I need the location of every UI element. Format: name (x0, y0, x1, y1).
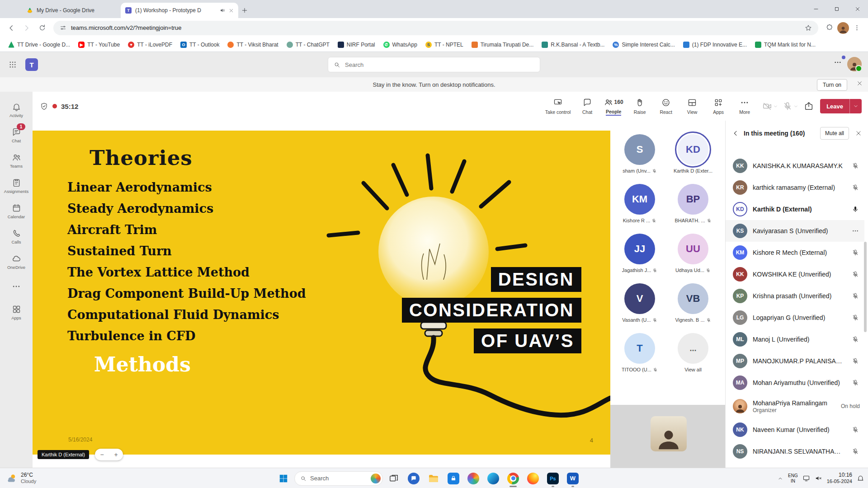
mic-off-icon[interactable] (850, 271, 861, 278)
teams-search[interactable] (328, 57, 540, 72)
participant-row[interactable]: NK Naveen Kumar (Unverified) (726, 419, 864, 441)
rail-assignments[interactable]: Assignments (2, 173, 31, 198)
panel-close-button[interactable] (855, 130, 862, 136)
panel-scrollbar[interactable] (864, 242, 867, 332)
apps-button[interactable]: Apps (705, 98, 731, 115)
extensions-button[interactable] (822, 20, 837, 36)
back-icon[interactable] (732, 130, 739, 137)
teams-profile-avatar[interactable] (847, 57, 862, 71)
leave-options-button[interactable] (849, 99, 862, 113)
app-launcher-button[interactable] (0, 61, 25, 69)
notification-center-button[interactable] (857, 474, 864, 482)
chat-app-button[interactable] (405, 469, 423, 488)
bookmark[interactable]: TT - Viksit Bharat (224, 39, 282, 50)
turn-on-button[interactable]: Turn on (817, 79, 847, 91)
rail-apps[interactable]: Apps (2, 300, 31, 325)
tab-google-drive[interactable]: My Drive - Google Drive (22, 3, 130, 18)
participant-row[interactable]: KK KANISHKA.K KUMARASAMY.K (726, 155, 864, 177)
participant-row[interactable]: MP MANOJKUMAR.P PALANISAM... (726, 350, 864, 372)
photos-button[interactable] (464, 469, 482, 488)
participant-row[interactable]: KR karthick ramasamy (External) (726, 177, 864, 198)
participant-tile[interactable]: KD Karthik D (Exter... (668, 130, 718, 177)
word-button[interactable]: W (564, 469, 582, 488)
forward-button[interactable] (19, 20, 34, 36)
start-button[interactable] (274, 469, 292, 488)
site-settings-icon[interactable] (60, 24, 66, 31)
participant-row[interactable]: KM Kishore R Mech (External) (726, 242, 864, 263)
participant-row[interactable]: KD Karthik D (External) (726, 198, 864, 220)
url-text[interactable]: teams.microsoft.com/v2/?meetingjoin=true (71, 24, 800, 31)
bookmark[interactable]: OTT - Outlook (177, 39, 223, 50)
participant-row[interactable]: KS Kaviyarasan S (Unverified) (726, 220, 864, 242)
leave-button[interactable]: Leave (820, 99, 862, 113)
participant-tile[interactable]: JJ Jagathish J... (615, 229, 665, 276)
share-button[interactable] (804, 101, 814, 111)
mic-off-icon[interactable] (850, 379, 861, 386)
react-button[interactable]: React (653, 98, 679, 115)
bookmark[interactable]: (1) FDP Innovative E... (679, 39, 750, 50)
bookmark[interactable]: TQM Mark list for N... (751, 39, 819, 50)
zoom-out-button[interactable]: − (100, 451, 104, 458)
more-button[interactable]: More (731, 98, 758, 115)
mic-off-icon[interactable] (850, 448, 861, 455)
participant-row[interactable]: MA Mohan Ariyamuthu (Unverified) (726, 372, 864, 394)
view-button[interactable]: View (679, 98, 705, 115)
edge-button[interactable] (484, 469, 502, 488)
bookmark-star-icon[interactable] (805, 24, 812, 32)
close-window-button[interactable] (847, 0, 868, 18)
reload-button[interactable] (34, 20, 50, 36)
bookmark[interactable]: R.K.Bansal - A Textb... (538, 39, 608, 50)
participant-tile[interactable]: T TITOOO (U... (615, 328, 665, 375)
firefox-button[interactable] (524, 469, 542, 488)
bookmark[interactable]: %Simple Interest Calc... (609, 39, 678, 50)
store-button[interactable] (444, 469, 462, 488)
participant-row[interactable]: NS NIRANJANI.S SELVANATHAN.S (726, 441, 864, 462)
bookmark[interactable]: TT - ChatGPT (283, 39, 333, 50)
maximize-button[interactable] (826, 0, 847, 18)
taskbar-search[interactable]: Search (294, 471, 383, 486)
volume-tray-button[interactable] (815, 474, 822, 482)
mic-off-icon[interactable] (850, 162, 861, 169)
back-button[interactable] (4, 20, 19, 36)
mic-off-icon[interactable] (850, 357, 861, 365)
bookmark[interactable]: ♥TT - iLovePDF (124, 39, 176, 50)
mic-off-icon[interactable] (850, 292, 861, 300)
participant-tile[interactable]: BP BHARATH. ... (668, 179, 718, 226)
participant-row[interactable]: LG Logapriyan G (Unverified) (726, 307, 864, 328)
camera-button[interactable] (762, 101, 778, 111)
chrome-button[interactable] (504, 469, 522, 488)
zoom-in-button[interactable]: + (114, 451, 118, 458)
participant-row[interactable]: KP Krishna prasath (Unverified) (726, 285, 864, 307)
mute-all-button[interactable]: Mute all (820, 127, 849, 140)
bookmark[interactable]: STT - NPTEL (422, 39, 467, 50)
rail-onedrive[interactable]: OneDrive (2, 249, 31, 274)
row-more-button[interactable] (850, 227, 861, 235)
mic-off-icon[interactable] (850, 314, 861, 321)
bookmark[interactable]: ✆WhatsApp (380, 39, 421, 50)
teams-search-input[interactable] (344, 61, 534, 69)
participant-row[interactable]: KK KOWSHIKA KE (Unverified) (726, 263, 864, 285)
participant-tile[interactable]: S sham (Unv... (615, 130, 665, 177)
raise-hand-button[interactable]: Raise (627, 98, 653, 115)
mic-off-icon[interactable] (850, 426, 861, 433)
rail-chat[interactable]: 1 Chat (2, 122, 31, 148)
self-video-thumbnail[interactable] (651, 416, 687, 451)
taskbar-weather-widget[interactable]: 26°C Cloudy (5, 468, 36, 488)
participant-tile[interactable]: V Vasanth (U... (615, 279, 665, 326)
chat-button[interactable]: Chat (574, 98, 600, 115)
address-bar[interactable]: teams.microsoft.com/v2/?meetingjoin=true (53, 21, 818, 35)
bookmark[interactable]: NIRF Portal (334, 39, 379, 50)
rail-activity[interactable]: Activity (2, 97, 31, 122)
mic-off-icon[interactable] (850, 336, 861, 343)
teams-more-button[interactable] (834, 58, 842, 66)
browser-profile-avatar[interactable] (837, 22, 849, 34)
take-control-button[interactable]: Take control (542, 98, 574, 115)
browser-menu-button[interactable] (849, 20, 864, 36)
language-indicator[interactable]: ENG IN (788, 473, 798, 484)
taskbar-clock[interactable]: 10:16 16-05-2024 (827, 472, 852, 485)
participant-row[interactable]: MohanaPriya Ramalingam Organizer On hold (726, 394, 864, 419)
hidden-icons-button[interactable] (777, 475, 783, 482)
bookmark[interactable]: ▶TT - YouTube (75, 39, 123, 50)
view-all-tile[interactable]: ... View all (668, 328, 718, 375)
display-tray-button[interactable] (802, 474, 810, 482)
